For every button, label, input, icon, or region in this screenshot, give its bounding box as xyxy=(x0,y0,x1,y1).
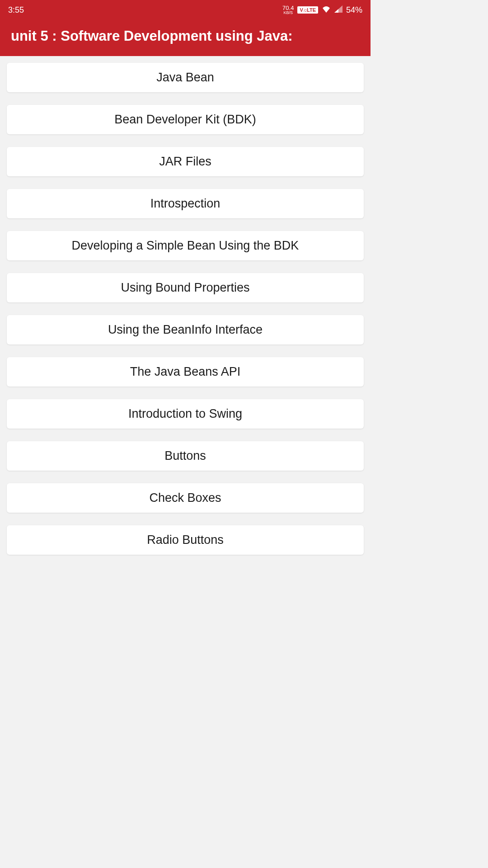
status-right: 70.4 KB/S V♫LTE 54% xyxy=(282,5,362,15)
topic-label: Buttons xyxy=(164,449,206,462)
topic-item-bdk[interactable]: Bean Developer Kit (BDK) xyxy=(7,105,364,134)
topic-label: Using Bound Properties xyxy=(121,281,249,294)
topic-item-buttons[interactable]: Buttons xyxy=(7,441,364,471)
signal-icon xyxy=(334,5,343,15)
topic-item-swing[interactable]: Introduction to Swing xyxy=(7,399,364,429)
topic-label: Bean Developer Kit (BDK) xyxy=(114,113,256,126)
topic-item-beaninfo[interactable]: Using the BeanInfo Interface xyxy=(7,315,364,344)
topic-item-bound-properties[interactable]: Using Bound Properties xyxy=(7,273,364,302)
topic-label: Java Bean xyxy=(156,71,214,84)
battery-percentage: 54% xyxy=(346,5,362,15)
topic-item-java-bean[interactable]: Java Bean xyxy=(7,63,364,92)
topic-label: The Java Beans API xyxy=(130,365,241,378)
app-header: unit 5 : Software Development using Java… xyxy=(0,20,371,56)
topic-label: Check Boxes xyxy=(149,491,221,505)
topic-item-jar-files[interactable]: JAR Files xyxy=(7,147,364,176)
topic-item-beans-api[interactable]: The Java Beans API xyxy=(7,357,364,387)
topic-label: Introspection xyxy=(150,197,221,210)
net-speed: 70.4 KB/S xyxy=(282,5,294,15)
net-speed-unit: KB/S xyxy=(284,11,293,15)
topic-item-check-boxes[interactable]: Check Boxes xyxy=(7,483,364,513)
volte-badge: V♫LTE xyxy=(297,6,318,14)
page-title: unit 5 : Software Development using Java… xyxy=(11,28,360,44)
topic-label: Developing a Simple Bean Using the BDK xyxy=(72,239,299,252)
topic-label: Using the BeanInfo Interface xyxy=(108,323,263,336)
topic-item-simple-bean[interactable]: Developing a Simple Bean Using the BDK xyxy=(7,231,364,260)
status-time: 3:55 xyxy=(8,5,24,15)
topic-item-introspection[interactable]: Introspection xyxy=(7,189,364,218)
wifi-icon xyxy=(322,5,331,15)
topic-label: JAR Files xyxy=(159,155,211,168)
topic-label: Radio Buttons xyxy=(147,533,224,547)
topic-list: Java Bean Bean Developer Kit (BDK) JAR F… xyxy=(0,56,371,574)
topic-label: Introduction to Swing xyxy=(128,407,242,420)
status-bar: 3:55 70.4 KB/S V♫LTE 54% xyxy=(0,0,371,20)
topic-item-radio-buttons[interactable]: Radio Buttons xyxy=(7,525,364,555)
